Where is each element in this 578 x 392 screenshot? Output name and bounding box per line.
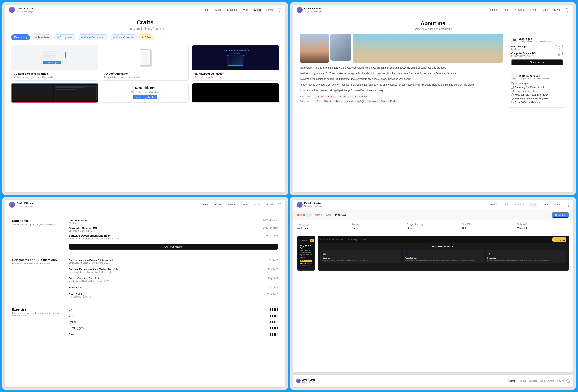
entry-sub-webdev: Freelance bbox=[69, 222, 88, 224]
filter-template[interactable]: ⊕ Template bbox=[32, 35, 52, 40]
cert-cisco: Cisco Trainings IT Essentials, CCNA R&S … bbox=[69, 292, 278, 299]
about-stacks: App stack: Framer Figma VS Code Lemon Sq… bbox=[300, 95, 503, 103]
work-screenshots: ≡ TAXIM 📞 A legjobb TaxiGyőrben. bbox=[293, 233, 573, 274]
experience-card-title: Experience bbox=[519, 37, 551, 40]
nav-link-services-about[interactable]: Services bbox=[514, 8, 526, 12]
todo-card-subtitle: Things I want to do/finish this year bbox=[519, 77, 550, 80]
nav-link-about-about[interactable]: About bbox=[501, 8, 510, 12]
nav-bar-about: Dávid Kálmán Software developer Home Abo… bbox=[293, 5, 573, 15]
skill-csharp: C# bbox=[69, 308, 278, 312]
search-icon[interactable] bbox=[278, 8, 281, 11]
filter-everything[interactable]: Everything bbox=[11, 35, 30, 40]
brand-text: Dávid Kálmán Software developer bbox=[16, 7, 34, 12]
craft-card-text-highlight[interactable]: Select this text To see the custom highl… bbox=[101, 83, 189, 103]
search-icon-resume[interactable] bbox=[278, 203, 281, 206]
filter-code-component[interactable]: ⊕ Code Component bbox=[78, 35, 108, 40]
craft-card-scrollbar[interactable]: ▶ Track to Figma Custom Scrollbar Overri… bbox=[11, 45, 98, 81]
bottom-services-link[interactable]: Services bbox=[529, 380, 537, 382]
meta-stack: Angular Stack bbox=[352, 223, 404, 230]
nav-link-sayhi-about[interactable]: Say hi bbox=[553, 8, 562, 12]
nav-back-btn[interactable]: ‹ bbox=[307, 213, 312, 218]
cert-sub-office: Vocational qualification OKJ number: 52 … bbox=[69, 280, 112, 282]
nav-link-crafts[interactable]: Crafts bbox=[253, 8, 262, 12]
nav-link-home-about[interactable]: Home bbox=[489, 8, 498, 12]
nav-link-services[interactable]: Services bbox=[226, 8, 238, 12]
filter-code-override[interactable]: ⊕ Code Override bbox=[110, 35, 137, 40]
search-icon-work[interactable] bbox=[566, 203, 569, 206]
filter-other[interactable]: ⊕ Other bbox=[138, 35, 154, 40]
craft-card-macbook[interactable]: 3D Macbook Animation in Kay Style 3D Mac… bbox=[192, 45, 279, 81]
bottom-work-link[interactable]: Work bbox=[540, 380, 545, 382]
about-body1: I've been programming for 7 years, start… bbox=[300, 72, 503, 76]
nav-link-home-resume[interactable]: Home bbox=[201, 203, 210, 207]
nav-link-crafts-work[interactable]: Crafts bbox=[541, 203, 550, 207]
nav-link-about-work[interactable]: About bbox=[501, 203, 510, 207]
cert-office: Office Informatics Qualification Vocatio… bbox=[69, 276, 278, 283]
nav-link-sayhi-resume[interactable]: Say hi bbox=[265, 203, 275, 207]
todo-check-2 bbox=[511, 86, 514, 88]
cert-section-left: Certificates and Qualifications Professi… bbox=[12, 258, 64, 299]
filter-component[interactable]: ⊕ Component bbox=[53, 35, 77, 40]
craft-card-black[interactable] bbox=[192, 83, 279, 103]
craft-title-scrollbar: Custom Scrollbar Override bbox=[14, 72, 96, 75]
meta-services-value: Services bbox=[407, 227, 417, 230]
bar-1 bbox=[270, 308, 271, 311]
bar-3 bbox=[274, 315, 275, 317]
bottom-crafts-link[interactable]: Crafts bbox=[548, 380, 554, 382]
todo-text-6: Cycle 300km until autumn bbox=[515, 101, 541, 103]
breadcrumb-sep-1: › bbox=[324, 214, 325, 217]
nav-link-home-work[interactable]: Home bbox=[489, 203, 498, 207]
craft-card-door[interactable]: 3D Door Animation Recreated from steep a… bbox=[101, 45, 189, 81]
nav-link-services-resume[interactable]: Services bbox=[226, 203, 238, 207]
check-live-button[interactable]: Check live bbox=[552, 212, 569, 218]
craft-desc-scrollbar: Make your own custom scrollbar easily bbox=[14, 76, 96, 78]
bottom-sayhi-link[interactable]: Say hi bbox=[557, 380, 564, 382]
nav-link-about-resume[interactable]: About bbox=[214, 203, 223, 207]
nav-link-sayhi-work[interactable]: Say hi bbox=[553, 203, 562, 207]
todo-circle-2 bbox=[511, 97, 514, 100]
nav-link-home[interactable]: Home bbox=[201, 8, 210, 12]
skill-react: React bbox=[69, 332, 278, 337]
feature-desc-1: A kiszolgálás fronté veszik teleltségük … bbox=[322, 260, 400, 261]
bottom-nav-links: Home About Services Work Crafts Say hi bbox=[507, 379, 570, 383]
exp-name-webdev: Web developer bbox=[511, 45, 528, 48]
bar-4 bbox=[275, 333, 276, 336]
expertise-entries: C# C++ bbox=[69, 308, 278, 337]
nav-link-sayhi[interactable]: Say hi bbox=[265, 8, 275, 12]
nav-link-about[interactable]: About bbox=[214, 8, 223, 12]
dot-close bbox=[297, 214, 299, 216]
nav-brand-work: Dávid Kálmán Software developer bbox=[297, 202, 322, 208]
check-resume-button[interactable]: Check resume bbox=[511, 59, 563, 65]
bar-5 bbox=[277, 327, 278, 330]
meta-date: Sept 2023 Date bbox=[462, 223, 514, 230]
exp-item-webdev: Web developer Freelance Present2021 bbox=[511, 45, 563, 50]
skill-html: HTML, (S)CSS bbox=[69, 326, 278, 330]
search-icon-about[interactable] bbox=[566, 8, 569, 11]
nav-link-crafts-resume[interactable]: Crafts bbox=[253, 203, 262, 207]
todo-framer-template: Create my first Framer template bbox=[511, 86, 563, 88]
bottom-home-link[interactable]: Home bbox=[507, 379, 517, 383]
filter-bar: Everything ⊕ Template ⊕ Component ⊕ Code… bbox=[11, 35, 279, 40]
bottom-search-icon[interactable] bbox=[567, 379, 570, 383]
nav-link-work-resume[interactable]: Work bbox=[241, 203, 249, 207]
nav-link-work-work[interactable]: Work bbox=[529, 203, 537, 207]
cert-name-ecdl: ECDL Exam bbox=[69, 286, 82, 289]
phone-btn[interactable]: +36 00 000 0779 bbox=[552, 237, 567, 242]
nav-link-work-about[interactable]: Work bbox=[529, 8, 537, 12]
nav-link-crafts-about[interactable]: Crafts bbox=[541, 8, 550, 12]
resume-certificates-section: Certificates and Qualifications Professi… bbox=[12, 254, 278, 304]
craft-card-dark-ui[interactable] bbox=[11, 83, 98, 103]
about-content: About me Some details for extra credibil… bbox=[293, 15, 573, 113]
desktop-nav-bar: Nyitlap Miért minket? Árak Szolgáltatáso… bbox=[318, 236, 569, 243]
avatar-resume bbox=[9, 202, 15, 208]
brand-text-about: Dávid Kálmán Software developer bbox=[304, 7, 322, 12]
taxi-cta-btn[interactable]: Taxi rendelése bbox=[300, 260, 312, 262]
breadcrumb-sep-2: › bbox=[333, 214, 334, 217]
full-resume-button[interactable]: Check full resume bbox=[69, 244, 278, 250]
nav-link-services-work[interactable]: Services bbox=[514, 203, 526, 207]
about-sidebar: 💼 Experience Highlights from education a… bbox=[508, 34, 566, 108]
bottom-about-link[interactable]: About bbox=[520, 380, 526, 382]
todo-finish-portfolio: Finish my portfolio bbox=[511, 82, 563, 85]
craft-desc-macbook: Recreated from freyop.com bbox=[195, 76, 276, 78]
nav-link-work[interactable]: Work bbox=[241, 8, 249, 12]
